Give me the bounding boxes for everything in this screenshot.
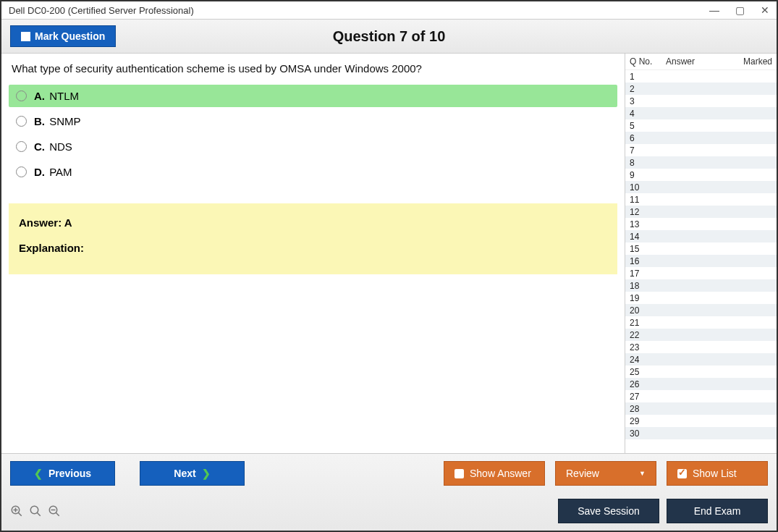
question-row-16[interactable]: 16 <box>625 255 777 267</box>
question-number: 23 <box>630 342 659 352</box>
header-bar: Mark Question Question 7 of 10 <box>1 19 777 54</box>
question-row-28[interactable]: 28 <box>625 402 777 415</box>
question-row-26[interactable]: 26 <box>625 378 777 390</box>
svg-point-4 <box>30 506 38 514</box>
question-row-8[interactable]: 8 <box>625 156 777 169</box>
question-row-30[interactable]: 30 <box>625 427 777 439</box>
chevron-right-icon: ❯ <box>202 468 211 479</box>
question-row-18[interactable]: 18 <box>625 279 777 292</box>
question-row-5[interactable]: 5 <box>625 119 777 132</box>
question-row-14[interactable]: 14 <box>625 230 777 242</box>
question-row-2[interactable]: 2 <box>625 83 777 95</box>
maximize-icon[interactable]: ▢ <box>735 4 745 16</box>
question-row-12[interactable]: 12 <box>625 206 777 218</box>
option-b[interactable]: B. SNMP <box>9 110 617 132</box>
radio-icon <box>16 90 27 101</box>
minimize-icon[interactable]: — <box>709 4 719 16</box>
sidebar-list[interactable]: 1234567891011121314151617181920212223242… <box>625 70 777 453</box>
question-number: 28 <box>630 404 659 414</box>
option-label: A. NTLM <box>34 90 79 102</box>
footer-row-2: Save Session End Exam <box>10 499 768 523</box>
question-row-29[interactable]: 29 <box>625 415 777 427</box>
question-content: What type of security authentication sch… <box>1 54 625 453</box>
show-list-label: Show List <box>693 468 737 479</box>
question-row-9[interactable]: 9 <box>625 169 777 181</box>
question-number: 27 <box>630 392 659 402</box>
close-icon[interactable]: ✕ <box>761 4 769 16</box>
question-row-13[interactable]: 13 <box>625 218 777 230</box>
question-number: 26 <box>630 379 659 389</box>
question-row-10[interactable]: 10 <box>625 181 777 193</box>
question-row-15[interactable]: 15 <box>625 242 777 255</box>
review-label: Review <box>566 468 599 479</box>
option-d[interactable]: D. PAM <box>9 161 617 183</box>
svg-line-1 <box>18 512 22 516</box>
show-list-button[interactable]: Show List <box>667 461 768 486</box>
show-answer-label: Show Answer <box>470 468 531 479</box>
radio-icon <box>16 116 27 127</box>
radio-icon <box>16 166 27 177</box>
zoom-reset-icon[interactable] <box>29 504 42 518</box>
mark-question-button[interactable]: Mark Question <box>10 25 116 47</box>
question-number: 15 <box>630 244 659 254</box>
question-row-25[interactable]: 25 <box>625 366 777 378</box>
option-c[interactable]: C. NDS <box>9 135 617 158</box>
col-marked: Marked <box>732 56 772 67</box>
window-controls: — ▢ ✕ <box>709 4 769 16</box>
question-row-22[interactable]: 22 <box>625 329 777 341</box>
footer-bar: ❮ Previous Next ❯ Show Answer Review ▼ S… <box>1 453 777 531</box>
question-row-23[interactable]: 23 <box>625 341 777 353</box>
question-row-1[interactable]: 1 <box>625 70 777 83</box>
radio-icon <box>16 141 27 152</box>
checkbox-icon <box>21 32 30 41</box>
next-button[interactable]: Next ❯ <box>140 461 245 486</box>
save-session-button[interactable]: Save Session <box>558 499 659 523</box>
question-number: 10 <box>630 182 659 193</box>
app-window: Dell DC0-200 (Certified Server Professio… <box>0 0 778 532</box>
svg-line-5 <box>37 512 41 516</box>
checkbox-icon <box>454 469 464 478</box>
previous-button[interactable]: ❮ Previous <box>10 461 115 486</box>
zoom-controls <box>10 504 61 518</box>
question-number: 20 <box>630 305 659 316</box>
question-number: 29 <box>630 416 659 426</box>
options-list: A. NTLMB. SNMPC. NDSD. PAM <box>9 85 617 183</box>
question-list-sidebar: Q No. Answer Marked 12345678910111213141… <box>625 54 777 453</box>
zoom-out-icon[interactable] <box>48 504 61 518</box>
option-a[interactable]: A. NTLM <box>9 85 617 107</box>
question-text: What type of security authentication sch… <box>9 62 617 75</box>
question-number: 3 <box>630 96 659 106</box>
review-dropdown[interactable]: Review ▼ <box>555 461 656 486</box>
answer-box: Answer: A Explanation: <box>9 203 617 274</box>
question-number: 11 <box>630 195 659 205</box>
question-row-27[interactable]: 27 <box>625 390 777 402</box>
sidebar-header: Q No. Answer Marked <box>625 54 777 70</box>
question-row-3[interactable]: 3 <box>625 95 777 107</box>
question-number: 6 <box>630 133 659 143</box>
mark-question-label: Mark Question <box>35 30 105 42</box>
checkbox-checked-icon <box>677 469 687 478</box>
question-number: 5 <box>630 121 659 131</box>
main-area: What type of security authentication sch… <box>1 54 777 453</box>
question-row-6[interactable]: 6 <box>625 132 777 144</box>
question-number: 8 <box>630 158 659 168</box>
question-number: 4 <box>630 109 659 119</box>
question-row-11[interactable]: 11 <box>625 193 777 206</box>
question-row-21[interactable]: 21 <box>625 316 777 329</box>
question-row-17[interactable]: 17 <box>625 267 777 279</box>
question-number: 21 <box>630 318 659 328</box>
zoom-in-icon[interactable] <box>10 504 23 518</box>
question-row-4[interactable]: 4 <box>625 107 777 119</box>
question-number: 16 <box>630 256 659 266</box>
question-row-7[interactable]: 7 <box>625 144 777 156</box>
window-title: Dell DC0-200 (Certified Server Professio… <box>9 5 194 16</box>
end-exam-button[interactable]: End Exam <box>667 499 768 523</box>
show-answer-button[interactable]: Show Answer <box>444 461 545 486</box>
question-number: 14 <box>630 232 659 242</box>
question-number: 13 <box>630 219 659 229</box>
question-row-20[interactable]: 20 <box>625 304 777 316</box>
question-row-19[interactable]: 19 <box>625 292 777 304</box>
col-answer: Answer <box>659 56 732 67</box>
footer-row-1: ❮ Previous Next ❯ Show Answer Review ▼ S… <box>10 461 768 486</box>
question-row-24[interactable]: 24 <box>625 353 777 366</box>
